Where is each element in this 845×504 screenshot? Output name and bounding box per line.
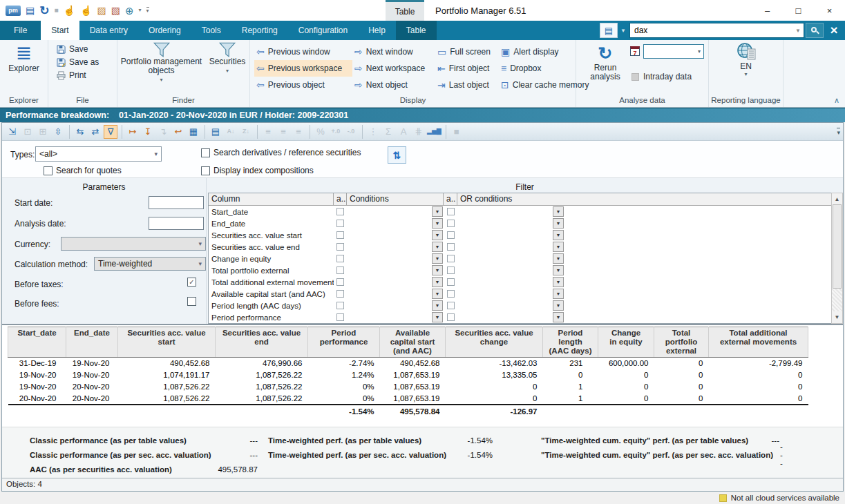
column-header[interactable]: Available capital start (and AAC): [380, 327, 446, 358]
column-header[interactable]: Securities acc. value change: [446, 327, 543, 358]
condition-dropdown[interactable]: ▼: [432, 265, 443, 275]
last-object-button[interactable]: ⇥Last object: [435, 77, 499, 93]
previous-window-button[interactable]: ⇦Previous window: [254, 43, 352, 60]
filter-active-checkbox[interactable]: [336, 243, 344, 251]
filter-active-checkbox[interactable]: [336, 208, 344, 215]
or-condition-dropdown[interactable]: ▼: [553, 206, 564, 217]
portfolio-management-objects-button[interactable]: Portfolio management objects ▾: [117, 40, 205, 96]
condition-dropdown[interactable]: ▼: [432, 253, 443, 264]
toolbar-overflow-icon[interactable]: ▾: [837, 128, 840, 136]
or-condition-dropdown[interactable]: ▼: [553, 300, 564, 311]
percent-format-icon[interactable]: %: [310, 125, 327, 139]
collapse-ribbon-icon[interactable]: ∧: [834, 96, 839, 105]
rerun-search-button[interactable]: ⇅: [388, 146, 406, 164]
or-condition-dropdown[interactable]: ▼: [553, 230, 564, 240]
tab-help[interactable]: Help: [358, 21, 396, 40]
condition-dropdown[interactable]: ▼: [432, 206, 443, 217]
column-chart-icon[interactable]: ▦: [187, 125, 200, 139]
tab-reporting[interactable]: Reporting: [231, 21, 288, 40]
next-window-button[interactable]: ⇨Next window: [352, 43, 435, 60]
filter-or-active-checkbox[interactable]: [447, 290, 455, 298]
chart-icon[interactable]: ▂▅▇: [427, 125, 442, 139]
column-filter-icon[interactable]: ⋮: [362, 125, 380, 139]
tab-tools[interactable]: Tools: [191, 21, 231, 40]
report-chevron-icon[interactable]: ▼: [620, 28, 626, 34]
filter-or-active-checkbox[interactable]: [447, 266, 455, 274]
analysis-date-combo[interactable]: ▾: [643, 44, 704, 59]
or-condition-dropdown[interactable]: ▼: [553, 265, 564, 275]
chevron-down-icon[interactable]: ▾: [139, 8, 142, 13]
rerun-analysis-button[interactable]: ↻ Rerun analysis: [583, 43, 627, 81]
sum-icon[interactable]: Σ: [381, 125, 395, 139]
next-object-button[interactable]: ⇨Next object: [352, 77, 435, 93]
filter-active-checkbox[interactable]: [336, 255, 344, 262]
filter-active-checkbox[interactable]: [336, 278, 344, 286]
close-button[interactable]: ×: [814, 0, 845, 21]
filter-or-active-checkbox[interactable]: [447, 208, 455, 215]
save-button[interactable]: Save: [57, 44, 117, 54]
calculation-method-combo[interactable]: Time-weighted▾: [94, 257, 206, 271]
stop-icon[interactable]: ■: [446, 125, 464, 139]
tab-ordering[interactable]: Ordering: [138, 21, 191, 40]
column-header[interactable]: Securities acc. value end: [216, 327, 308, 358]
column-header[interactable]: Change in equity: [598, 327, 654, 358]
next-workspace-button[interactable]: ⇨Next workspace: [352, 60, 435, 77]
tab-file[interactable]: File: [0, 21, 41, 40]
print-button[interactable]: Print: [57, 70, 117, 80]
table-row[interactable]: 19-Nov-2020-Nov-20 1,087,526.221,087,526…: [8, 381, 808, 393]
start-date-input[interactable]: [149, 196, 204, 209]
or-condition-dropdown[interactable]: ▼: [553, 289, 564, 299]
align-left-icon[interactable]: ≡: [257, 125, 275, 139]
filter-active-checkbox[interactable]: [336, 302, 344, 309]
condition-dropdown[interactable]: ▼: [432, 218, 443, 229]
intraday-data-checkbox[interactable]: Intraday data: [632, 72, 692, 81]
tab-table-contextual[interactable]: Table: [396, 21, 437, 40]
filter-or-active-checkbox[interactable]: [447, 313, 455, 321]
column-header[interactable]: End_date: [66, 327, 118, 358]
document-tab-table[interactable]: Table: [386, 0, 424, 21]
filter-panel-icon[interactable]: ∇: [104, 125, 117, 139]
or-condition-dropdown[interactable]: ▼: [553, 312, 564, 322]
align-center-icon[interactable]: ≡: [276, 125, 290, 139]
analysis-date-input[interactable]: [149, 217, 204, 230]
select-column-icon[interactable]: ▤: [205, 125, 222, 139]
insert-column-icon[interactable]: ↦: [122, 125, 140, 139]
insert-row-icon[interactable]: ↧: [141, 125, 155, 139]
language-globe-icon[interactable]: ⊕: [125, 6, 134, 16]
filter-active-checkbox[interactable]: [336, 313, 344, 321]
tab-configuration[interactable]: Configuration: [288, 21, 358, 40]
filter-or-active-checkbox[interactable]: [447, 255, 455, 262]
types-combo[interactable]: <all>▾: [35, 146, 162, 162]
scroll-down-icon[interactable]: ▼: [832, 311, 842, 322]
font-icon[interactable]: A: [397, 125, 410, 139]
table-row[interactable]: 31-Dec-1919-Nov-20 490,452.68476,990.66 …: [8, 358, 808, 369]
report-icon[interactable]: ▨: [97, 6, 106, 15]
column-header[interactable]: Period performance: [308, 327, 380, 358]
column-header[interactable]: Total portfolio external: [654, 327, 709, 358]
refresh-icon[interactable]: ⇄: [88, 125, 102, 139]
or-condition-dropdown[interactable]: ▼: [553, 253, 564, 264]
search-for-quotes-checkbox[interactable]: Search for quotes: [44, 166, 122, 175]
filter-scrollbar[interactable]: ▲ ▼: [831, 193, 843, 324]
explorer-button[interactable]: ≣ Explorer: [0, 40, 48, 96]
column-header[interactable]: Period length (AAC days): [543, 327, 598, 358]
export-icon[interactable]: ⇲: [6, 125, 19, 139]
remove-decimal-icon[interactable]: -.0: [344, 125, 358, 139]
column-header[interactable]: Start_date: [8, 327, 66, 358]
currency-combo[interactable]: ▾: [61, 237, 206, 251]
filter-or-active-checkbox[interactable]: [447, 302, 455, 309]
goto-row-icon[interactable]: ↩: [171, 125, 185, 139]
condition-dropdown[interactable]: ▼: [432, 312, 443, 322]
refresh-icon[interactable]: ↻: [39, 5, 49, 17]
save-as-button[interactable]: Save as: [57, 57, 117, 67]
or-condition-dropdown[interactable]: ▼: [553, 277, 564, 287]
search-dropdown-icon[interactable]: ▼: [795, 28, 804, 34]
report-search-button[interactable]: ▤: [600, 23, 618, 38]
or-condition-dropdown[interactable]: ▼: [553, 242, 564, 252]
search-input[interactable]: [630, 26, 795, 35]
table-row[interactable]: 20-Nov-2020-Nov-20 1,087,526.221,087,526…: [8, 393, 808, 405]
minimize-button[interactable]: –: [752, 0, 783, 21]
table-row[interactable]: 19-Nov-2019-Nov-20 1,074,191.171,087,526…: [8, 369, 808, 381]
scroll-up-icon[interactable]: ▲: [832, 193, 842, 204]
export-report-icon[interactable]: ▧: [111, 6, 120, 15]
